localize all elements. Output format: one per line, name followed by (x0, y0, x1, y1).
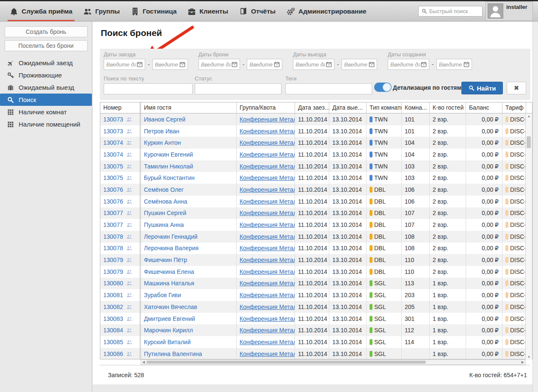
table-row[interactable]: 130076Семёнова АннаКонференция Металлу11… (100, 196, 532, 207)
date-from-input[interactable]: 7 (104, 59, 145, 70)
cell-number[interactable]: 130073 (100, 125, 141, 137)
reservation-number-link[interactable]: 130081 (103, 292, 123, 298)
cell-guest-name[interactable]: Хаточкин Вячеслав (141, 301, 237, 313)
cell-number[interactable]: 130078 (100, 231, 141, 243)
group-link[interactable]: Конференция Металлу (240, 315, 295, 322)
cell-guest-name[interactable]: Петров Иван (141, 125, 237, 137)
date-from-input[interactable]: 7 (388, 59, 429, 70)
cell-number[interactable]: 130082 (100, 301, 141, 313)
guest-detail-toggle[interactable] (374, 83, 392, 92)
cell-guest-name[interactable]: Пушкина Анна (141, 219, 237, 231)
table-row[interactable]: 130084Марочкин КириллКонференция Металлу… (100, 324, 532, 336)
cell-number[interactable]: 130078 (100, 243, 141, 254)
column-header-3[interactable]: Группа/Квота (237, 102, 295, 113)
cell-guest-name[interactable]: Фишечкина Елена (141, 266, 237, 278)
nav-item-2[interactable]: Группы (78, 1, 125, 21)
cell-guest-name[interactable]: Марочкин Кирилл (141, 324, 237, 336)
group-link[interactable]: Конференция Металлу (240, 339, 295, 345)
cell-number[interactable]: 130086 (100, 348, 141, 359)
cell-guest-name[interactable]: Лерочкина Валерия (141, 243, 237, 254)
cell-number[interactable]: 130085 (100, 336, 141, 348)
scroll-left-arrow-icon[interactable]: ◀ (142, 360, 145, 364)
page-scrollbar[interactable] (532, 22, 538, 392)
table-row[interactable]: 130074Курочкин ЕвгенийКонференция Металл… (100, 149, 532, 160)
table-row[interactable]: 130082Хаточкин ВячеславКонференция Метал… (100, 301, 532, 313)
cell-guest-name[interactable]: Дмитриев Евгений (141, 313, 237, 325)
reservation-number-link[interactable]: 130082 (103, 304, 123, 310)
text-filter-input-3[interactable] (285, 83, 372, 94)
table-row[interactable]: 130083Дмитриев ЕвгенийКонференция Металл… (100, 313, 532, 325)
reservation-number-link[interactable]: 130074 (103, 139, 123, 146)
cell-guest-name[interactable]: Пушкин Сергей (141, 207, 237, 219)
reservation-number-link[interactable]: 130073 (103, 128, 123, 135)
table-row[interactable]: 130078Лерочкина ВалерияКонференция Метал… (100, 243, 532, 254)
reservation-number-link[interactable]: 130084 (103, 327, 123, 334)
cell-number[interactable]: 130075 (100, 160, 141, 172)
table-row[interactable]: 130075Бурый КонстантинКонференция Металл… (100, 172, 532, 184)
column-header-2[interactable]: Имя гостя (141, 102, 237, 113)
cell-guest-name[interactable]: Зурабов Гиви (141, 289, 237, 301)
table-row[interactable]: 130085Курский ВиталийКонференция Металлу… (100, 336, 532, 348)
text-filter-input-1[interactable] (104, 83, 193, 94)
cell-guest-name[interactable]: Семёнова Анна (141, 196, 237, 207)
group-link[interactable]: Конференция Металлу (240, 351, 295, 357)
cell-guest-name[interactable]: Лерочкин Геннадий (141, 231, 237, 243)
cell-number[interactable]: 130079 (100, 254, 141, 266)
date-from-field[interactable] (295, 61, 325, 68)
clear-button[interactable]: ✖ (507, 82, 526, 94)
date-to-field[interactable] (249, 61, 273, 68)
group-link[interactable]: Конференция Металлу (240, 198, 295, 205)
nav-item-4[interactable]: Клиенты (182, 1, 234, 21)
group-link[interactable]: Конференция Металлу (240, 245, 295, 251)
calendar-icon[interactable]: 7 (274, 61, 280, 67)
group-link[interactable]: Конференция Металлу (240, 233, 295, 240)
date-to-input[interactable]: 7 (247, 59, 282, 70)
cell-number[interactable]: 130073 (100, 113, 141, 125)
table-row[interactable]: 130079Фишечкин ПётрКонференция Металлу11… (100, 254, 532, 266)
table-row[interactable]: 130077Пушкина АннаКонференция Металлу11.… (100, 219, 532, 231)
cell-number[interactable]: 130084 (100, 324, 141, 336)
date-to-field[interactable] (439, 61, 463, 68)
group-link[interactable]: Конференция Металлу (240, 304, 295, 310)
reservation-number-link[interactable]: 130076 (103, 186, 123, 193)
table-row[interactable]: 130086Путилина ВалентинаКонференция Мета… (100, 348, 532, 359)
sidebar-button-1[interactable]: Создать бронь (5, 26, 88, 37)
date-to-field[interactable] (155, 61, 179, 68)
cell-number[interactable]: 130077 (100, 207, 141, 219)
table-row[interactable]: 130074Куркин АнтонКонференция Металлу11.… (100, 137, 532, 149)
scroll-right-arrow-icon[interactable]: ▶ (521, 360, 524, 364)
group-link[interactable]: Конференция Металлу (240, 268, 295, 275)
text-filter-input-2[interactable] (195, 83, 281, 94)
group-link[interactable]: Конференция Металлу (240, 257, 295, 263)
table-row[interactable]: 130076Семёнов ОлегКонференция Металлу11.… (100, 184, 532, 196)
sidebar-item-6[interactable]: Наличие помещений (0, 118, 92, 130)
cell-number[interactable]: 130075 (100, 172, 141, 184)
group-link[interactable]: Конференция Металлу (240, 327, 295, 334)
group-link[interactable]: Конференция Металлу (240, 163, 295, 170)
cell-number[interactable]: 130074 (100, 137, 141, 149)
reservation-number-link[interactable]: 130083 (103, 315, 123, 322)
reservation-number-link[interactable]: 130075 (103, 163, 123, 170)
reservation-number-link[interactable]: 130078 (103, 245, 123, 251)
table-row[interactable]: 130078Лерочкин ГеннадийКонференция Метал… (100, 231, 532, 243)
nav-item-5[interactable]: Отчёты (234, 1, 281, 21)
table-row[interactable]: 130073Петров ИванКонференция Металлу11.1… (100, 125, 532, 137)
date-to-input[interactable]: 7 (342, 59, 377, 70)
cell-number[interactable]: 130080 (100, 278, 141, 290)
reservation-number-link[interactable]: 130080 (103, 280, 123, 287)
calendar-icon[interactable]: 7 (369, 61, 375, 67)
cell-number[interactable]: 130079 (100, 266, 141, 278)
date-from-input[interactable]: 7 (199, 59, 240, 70)
quick-search-input[interactable] (429, 8, 479, 14)
nav-item-3[interactable]: Гостиница (125, 1, 182, 21)
group-link[interactable]: Конференция Металлу (240, 210, 295, 216)
cell-number[interactable]: 130074 (100, 149, 141, 160)
cell-guest-name[interactable]: Фишечкин Пётр (141, 254, 237, 266)
cell-guest-name[interactable]: Семёнов Олег (141, 184, 237, 196)
cell-number[interactable]: 130081 (100, 289, 141, 301)
cell-guest-name[interactable]: Иванов Сергей (141, 113, 237, 125)
cell-guest-name[interactable]: Тамилин Николай (141, 160, 237, 172)
cell-number[interactable]: 130076 (100, 184, 141, 196)
table-row[interactable]: 130080Машкина НатальяКонференция Металлу… (100, 278, 532, 290)
quick-search[interactable] (418, 6, 483, 17)
